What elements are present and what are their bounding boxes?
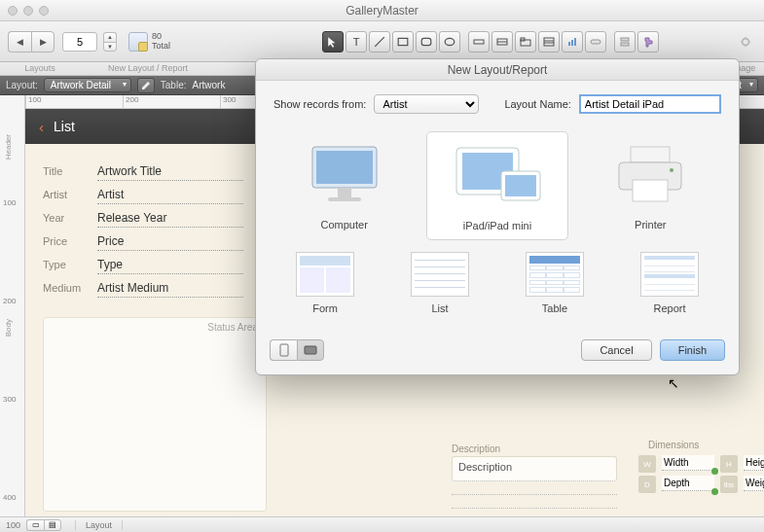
rect-tool[interactable] (392, 31, 414, 53)
orientation-portrait[interactable] (270, 339, 297, 361)
description-line (452, 481, 617, 495)
total-layouts-badge[interactable]: 80 Total (128, 32, 170, 52)
line-tool[interactable] (369, 31, 390, 53)
table-layout-icon (526, 252, 584, 297)
layout-option-report[interactable]: Report (618, 252, 721, 314)
description-field[interactable]: Description (452, 456, 617, 481)
device-option-computer[interactable]: Computer (273, 131, 415, 240)
oval-tool[interactable] (439, 31, 460, 53)
printer-icon (597, 137, 704, 213)
svg-rect-14 (574, 38, 576, 46)
dim-field-wrap (744, 476, 764, 493)
field-label: Price (43, 235, 97, 247)
field-input[interactable] (97, 256, 243, 274)
dim-field-wrap (662, 476, 716, 493)
format-painter-tool[interactable] (637, 31, 659, 53)
svg-rect-2 (421, 38, 431, 45)
dialog-title: New Layout/Report (256, 59, 739, 81)
layout-number-input[interactable] (62, 32, 97, 52)
finish-button[interactable]: Finish (660, 339, 725, 361)
description-line (452, 495, 617, 509)
layout-tools-group: T (322, 31, 460, 53)
field-input[interactable] (97, 279, 243, 298)
field-input[interactable] (97, 162, 243, 181)
tab-tool[interactable] (515, 31, 536, 53)
svg-rect-15 (591, 40, 600, 44)
layout-option-label: Form (312, 302, 338, 314)
svg-rect-9 (544, 38, 554, 46)
device-option-ipad[interactable]: iPad/iPad mini (426, 131, 567, 240)
dim-field-wrap (744, 455, 764, 473)
dim-field[interactable] (662, 455, 714, 471)
main-toolbar: ◀ ▶ ▲ ▼ 80 Total T (0, 21, 764, 62)
svg-rect-20 (316, 151, 373, 184)
svg-rect-1 (398, 38, 408, 45)
dimensions-grid: WHDlbs (638, 455, 764, 493)
layouts-icon (128, 32, 148, 52)
orientation-landscape[interactable] (297, 339, 324, 361)
layout-selector[interactable]: Artwork Detail (44, 78, 131, 92)
description-label: Description (452, 443, 754, 454)
rounded-rect-tool[interactable] (416, 31, 437, 53)
form-layout-icon (296, 252, 354, 297)
dim-field[interactable] (744, 455, 764, 471)
back-chevron-icon[interactable]: ‹ (39, 119, 44, 135)
dim-field-wrap (662, 455, 716, 473)
chart-tool[interactable] (562, 31, 583, 53)
computer-icon (291, 137, 398, 213)
prev-layout-button[interactable]: ◀ (8, 31, 31, 53)
svg-line-0 (375, 37, 384, 47)
part-tool[interactable] (614, 31, 636, 53)
next-layout-button[interactable]: ▶ (31, 31, 55, 53)
layout-option-table[interactable]: Table (503, 252, 606, 314)
field-input[interactable] (97, 209, 243, 228)
svg-rect-21 (338, 188, 351, 197)
view-mode-segment: ▭ ▤ (26, 519, 61, 531)
svg-rect-17 (621, 43, 629, 46)
vruler-ticks: 100200300400 (3, 109, 16, 502)
layout-number-stepper: ▲ ▼ (103, 32, 117, 52)
window-titlebar: GalleryMaster (0, 0, 764, 21)
layout-nav-segment: ◀ ▶ (8, 31, 55, 53)
layout-option-list[interactable]: List (388, 252, 491, 314)
text-tool[interactable]: T (346, 31, 367, 53)
svg-rect-12 (568, 42, 570, 46)
show-records-select[interactable]: Artist (374, 94, 479, 114)
field-label: Medium (43, 282, 97, 294)
zoom-value: 100 (6, 520, 20, 530)
back-label: List (54, 119, 75, 134)
field-input[interactable] (97, 186, 243, 204)
layout-label: Layout: (6, 80, 38, 90)
stepper-up-button[interactable]: ▲ (103, 32, 117, 42)
view-mode-b[interactable]: ▤ (44, 519, 61, 531)
dialog-footer: Cancel Finish (256, 339, 739, 374)
new-layout-dialog: New Layout/Report Show records from: Art… (255, 58, 740, 375)
manage-button[interactable] (735, 31, 756, 53)
layout-name-input[interactable] (579, 94, 721, 114)
field-tool[interactable] (468, 31, 490, 53)
pointer-tool[interactable] (322, 31, 344, 53)
svg-rect-32 (305, 346, 316, 354)
dim-field[interactable] (662, 476, 714, 491)
status-area[interactable]: Status Area (43, 317, 267, 512)
layout-option-form[interactable]: Form (273, 252, 377, 314)
field-control-tool[interactable] (491, 31, 513, 53)
svg-rect-26 (505, 175, 536, 196)
svg-rect-16 (621, 38, 629, 41)
cancel-button[interactable]: Cancel (581, 339, 651, 361)
view-mode-a[interactable]: ▭ (26, 519, 44, 531)
dialog-top-row: Show records from: Artist Layout Name: (273, 94, 721, 114)
button-tool[interactable] (585, 31, 606, 53)
portal-tool[interactable] (538, 31, 560, 53)
dim-field[interactable] (744, 476, 764, 491)
svg-rect-29 (633, 180, 668, 201)
report-layout-icon (640, 252, 699, 297)
show-records-label: Show records from: (273, 98, 366, 110)
field-label: Title (43, 165, 97, 177)
field-input[interactable] (97, 232, 243, 251)
edit-layout-icon[interactable] (137, 78, 155, 93)
table-value: Artwork (193, 80, 226, 90)
svg-rect-22 (328, 197, 361, 201)
device-option-printer[interactable]: Printer (580, 131, 721, 240)
stepper-down-button[interactable]: ▼ (103, 42, 117, 52)
